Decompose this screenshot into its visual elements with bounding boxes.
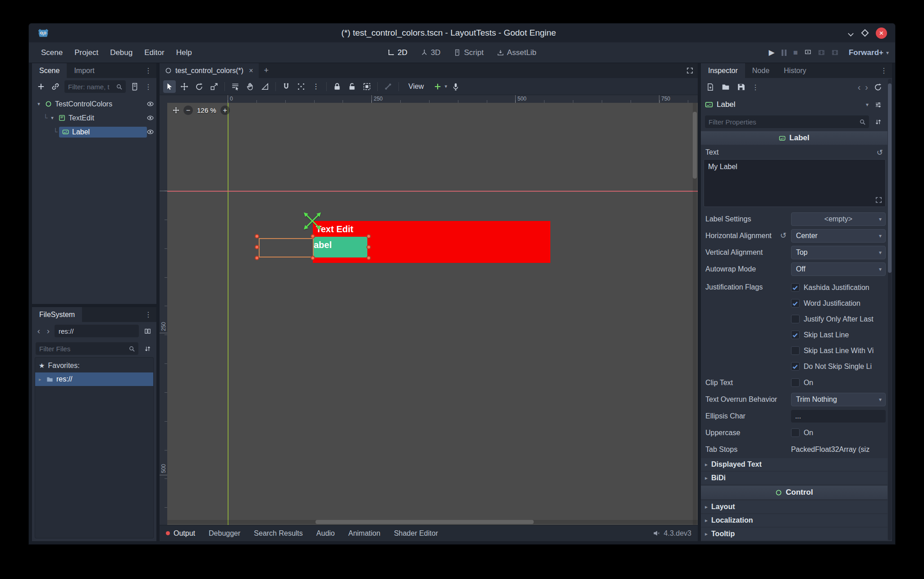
pan-view-icon[interactable] [173,107,179,114]
label-settings-dropdown[interactable]: <empty>▾ [791,212,886,226]
folder-row-res[interactable]: ▸ res:// [35,372,153,386]
selection-handle[interactable] [255,245,259,249]
tree-row-textedit[interactable]: └ ▾ TextEdit [32,111,156,125]
unlock-selected-button[interactable] [346,80,358,93]
checkbox[interactable] [791,299,800,308]
add-key-button[interactable] [431,80,444,93]
menu-scene[interactable]: Scene [35,45,69,60]
text-overrun-dropdown[interactable]: Trim Nothing▾ [791,393,886,406]
ellipsis-char-input[interactable]: ... [791,410,886,423]
tab-import[interactable]: Import [67,63,101,78]
tools-icon[interactable] [873,99,883,110]
scene-filter-input[interactable] [64,80,126,93]
new-resource-icon[interactable] [705,82,716,92]
selection-handle[interactable] [366,245,371,249]
vertical-scrollbar[interactable] [693,103,697,525]
checkbox[interactable] [791,283,800,292]
group-localization[interactable]: ▸Localization [701,514,887,527]
checkbox[interactable] [791,362,800,371]
smart-snap-toggle[interactable] [280,80,293,93]
pause-button[interactable] [782,50,787,56]
flag-justify-only-after-last[interactable]: Justify Only After Last [791,311,886,327]
tab-output[interactable]: Output [166,529,195,538]
grid-snap-toggle[interactable] [295,80,307,93]
collapse-arrow-icon[interactable]: ▾ [49,115,55,121]
tab-animation[interactable]: Animation [348,529,380,538]
nav-back-icon[interactable]: ‹ [36,326,42,336]
tab-scene[interactable]: Scene [32,63,67,78]
property-filter-input[interactable] [705,115,869,128]
selection-handle[interactable] [255,256,259,260]
checkbox[interactable] [791,378,800,387]
menu-project[interactable]: Project [69,45,104,60]
tree-row-root[interactable]: ▾ TestControlColors [32,97,156,111]
tab-node[interactable]: Node [745,63,777,78]
group-displayed-text[interactable]: ▸Displayed Text [701,458,887,471]
nav-forward-icon[interactable]: › [45,326,51,336]
group-selected-button[interactable] [361,80,373,93]
stop-button[interactable]: ■ [793,48,798,57]
tab-stops-value[interactable]: PackedFloat32Array (siz [791,446,886,454]
tab-3d[interactable]: 3D [416,46,446,60]
close-icon[interactable]: × [876,28,887,39]
zoom-in-button[interactable]: + [220,106,230,115]
file-filter-input[interactable] [36,342,138,355]
visibility-eye-icon[interactable] [147,115,154,121]
chevron-down-icon[interactable]: ▾ [866,101,869,108]
selection-handle[interactable] [255,234,259,239]
autowrap-mode-dropdown[interactable]: Off▾ [791,262,886,276]
tab-script[interactable]: Script [449,46,488,60]
move-gizmo[interactable] [302,211,322,231]
inspector-scrollbar[interactable] [888,79,892,540]
horizontal-scrollbar[interactable] [167,520,698,524]
label-bounds-rect[interactable] [259,238,314,257]
scrollbar-thumb[interactable] [693,112,697,179]
checkbox[interactable] [791,428,800,437]
scene-tab-active[interactable]: test_control_colors(*) × [160,63,259,78]
flag-skip-last-line[interactable]: Skip Last Line [791,327,886,343]
play-scene-button[interactable] [805,49,811,56]
collapse-arrow-icon[interactable]: ▾ [36,101,42,107]
canvas-viewport[interactable]: 0 250 500 750 250 500 Te [160,95,698,525]
tab-history[interactable]: History [777,63,814,78]
selection-handle[interactable] [366,256,371,260]
expand-icon[interactable] [875,197,882,203]
zoom-level[interactable]: 126 % [197,106,216,114]
scrollbar-thumb[interactable] [888,83,892,273]
pan-tool[interactable] [244,80,256,93]
tab-audio[interactable]: Audio [316,529,335,538]
movie-maker-button[interactable] [832,49,838,56]
resource-options-icon[interactable]: ⋮ [751,83,760,92]
edited-object-row[interactable]: Label ▾ [701,96,887,113]
titlebar[interactable]: (*) test_control_colors.tscn - LayoutTes… [29,23,895,42]
checkbox[interactable] [791,331,800,339]
chevron-down-icon[interactable]: ▾ [444,83,447,89]
zoom-out-button[interactable]: − [183,106,193,115]
dock-options-icon[interactable]: ⋮ [876,63,892,78]
rotate-tool[interactable] [193,80,206,93]
play-button[interactable]: ▶ [769,48,775,57]
visibility-eye-icon[interactable] [147,101,154,107]
vertical-alignment-dropdown[interactable]: Top▾ [791,246,886,259]
visibility-eye-icon[interactable] [147,129,154,135]
selection-handle[interactable] [311,256,315,260]
save-resource-icon[interactable] [736,82,746,92]
menu-debug[interactable]: Debug [104,45,138,60]
group-tooltip[interactable]: ▸Tooltip [701,528,887,540]
list-select-tool[interactable] [229,80,242,93]
history-back-icon[interactable]: ‹ [858,82,861,92]
tab-search-results[interactable]: Search Results [254,529,303,538]
move-tool[interactable] [178,80,191,93]
current-path[interactable]: res:// [55,325,139,337]
mute-icon[interactable] [653,530,660,537]
flag-do-not-skip-single-line[interactable]: Do Not Skip Single Li [791,358,886,374]
tab-shader-editor[interactable]: Shader Editor [394,529,438,538]
lock-selected-button[interactable] [331,80,343,93]
horizontal-alignment-dropdown[interactable]: Center▾ [791,229,886,243]
object-history-icon[interactable] [873,82,883,92]
clip-text-checkbox[interactable]: On [791,378,813,387]
play-custom-scene-button[interactable] [818,49,825,56]
checkbox[interactable] [791,315,800,323]
tab-assetlib[interactable]: AssetLib [492,46,541,60]
scale-tool[interactable] [208,80,220,93]
